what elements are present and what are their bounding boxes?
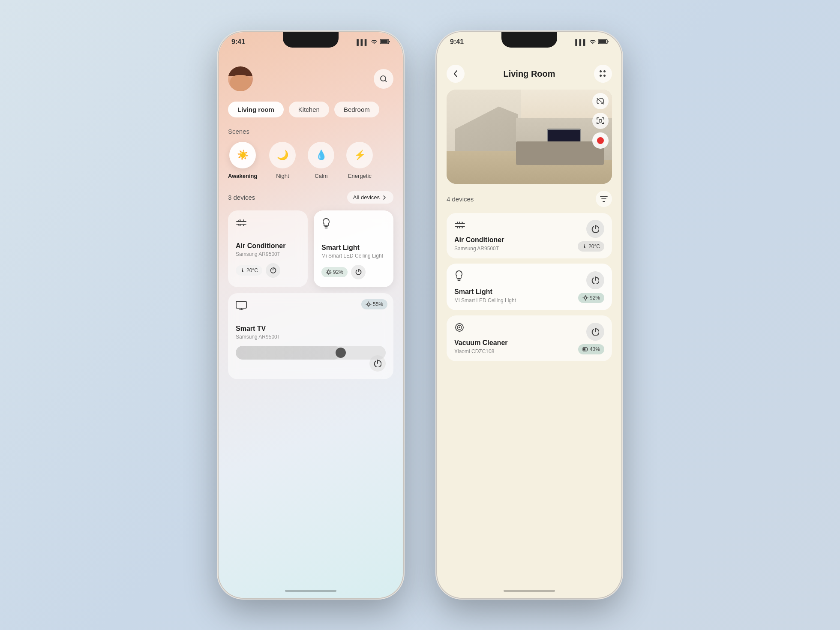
phone-2-devices: 4 devices (437, 191, 621, 361)
all-devices-button[interactable]: All devices (347, 191, 393, 204)
scene-awakening[interactable]: ☀️ Awakening (228, 142, 257, 179)
scene-energetic-label: Energetic (348, 173, 372, 179)
all-devices-label: All devices (353, 194, 380, 201)
device-smart-tv[interactable]: 55% Smart TV Samsung AR9500T (228, 293, 393, 379)
scenes-row: ☀️ Awakening 🌙 Night 💧 Calm ⚡ Energetic (228, 142, 393, 179)
p2-light-icon (454, 270, 516, 284)
phone-1-screen: 9:41 ▌▌▌ (219, 32, 403, 598)
p2-ac-temp: 20°C (588, 243, 600, 249)
p2-ac-left: Air Conditioner Samsung AR9500T (454, 220, 504, 252)
ac-temp: 20°C (246, 267, 258, 273)
device-smart-light[interactable]: Smart Light Mi Smart LED Ceiling Light 9… (314, 210, 393, 287)
tv-brightness-badge: 55% (361, 299, 387, 309)
p2-light-left: Smart Light Mi Smart LED Ceiling Light (454, 270, 516, 303)
phone-1: 9:41 ▌▌▌ (219, 32, 403, 598)
device-air-conditioner[interactable]: Air Conditioner Samsung AR9500T 🌡 20°C (228, 210, 308, 287)
lr-furniture (516, 141, 604, 165)
p2-devices-header: 4 devices (447, 191, 612, 207)
filter-button[interactable] (596, 191, 612, 207)
camera-mute-button[interactable] (592, 93, 609, 109)
battery-icon-2 (598, 39, 609, 45)
status-icons-2: ▌▌▌ (575, 39, 609, 45)
smart-light-icon (321, 218, 386, 232)
smart-light-name: Smart Light (321, 244, 386, 252)
smart-light-brightness-badge: 92% (321, 267, 348, 277)
scene-awakening-label: Awakening (228, 173, 257, 179)
camera-controls (592, 93, 609, 149)
tab-living-room[interactable]: Living room (228, 102, 284, 117)
scenes-label: Scenes (228, 128, 393, 135)
status-time-2: 9:41 (450, 38, 464, 46)
p2-light-brightness: 92% (590, 295, 600, 301)
svg-rect-8 (599, 120, 602, 122)
p2-ac-model: Samsung AR9500T (454, 246, 504, 252)
p2-vacuum-name: Vacuum Cleaner (454, 339, 508, 347)
p2-light-right: 92% (578, 271, 604, 303)
tv-model: Samsung AR9500T (236, 334, 386, 340)
p2-light-brightness-badge: 92% (578, 293, 604, 303)
svg-point-4 (367, 303, 370, 306)
tv-name: Smart TV (236, 325, 386, 333)
p2-device-vacuum[interactable]: Vacuum Cleaner Xiaomi CDZC108 (447, 315, 612, 361)
svg-rect-1 (381, 40, 388, 43)
p2-vacuum-power-button[interactable] (586, 323, 604, 341)
svg-point-2 (381, 76, 386, 81)
thermometer-icon: 🌡 (240, 267, 245, 273)
p2-vacuum-battery: 43% (590, 346, 600, 352)
p2-ac-right: 🌡 20°C (578, 220, 604, 252)
wifi-icon-2 (589, 39, 596, 45)
svg-point-12 (459, 327, 460, 328)
air-conditioner-icon (236, 218, 300, 230)
p2-light-power-button[interactable] (586, 271, 604, 289)
p2-ac-icon (454, 220, 504, 232)
scene-calm-label: Calm (315, 173, 327, 179)
p2-ac-temp-badge: 🌡 20°C (578, 241, 604, 252)
camera-record-button[interactable] (592, 132, 609, 149)
p2-device-smart-light[interactable]: Smart Light Mi Smart LED Ceiling Light (447, 264, 612, 310)
p2-light-model: Mi Smart LED Ceiling Light (454, 297, 516, 303)
scene-energetic-icon: ⚡ (346, 142, 373, 168)
avatar-face-area (230, 75, 251, 91)
signal-icon-2: ▌▌▌ (575, 39, 587, 45)
devices-count: 3 devices (228, 194, 255, 201)
scene-awakening-icon: ☀️ (229, 142, 256, 168)
wifi-icon-1 (371, 39, 378, 45)
ac-temp-badge: 🌡 20°C (236, 265, 262, 276)
ac-power-button[interactable] (266, 263, 280, 278)
search-button[interactable] (374, 69, 393, 89)
tab-bedroom[interactable]: Bedroom (334, 102, 379, 117)
smart-light-controls: 92% (321, 265, 386, 279)
thermometer-icon-2: 🌡 (582, 243, 587, 249)
phone-1-header (228, 66, 393, 91)
dots-grid-icon (600, 70, 606, 77)
svg-rect-5 (236, 301, 246, 308)
battery-icon-1 (380, 39, 390, 45)
phone-1-notch (283, 32, 339, 48)
smart-light-brightness: 92% (333, 269, 343, 275)
p2-devices-count: 4 devices (447, 195, 474, 203)
home-indicator-1[interactable] (285, 590, 336, 592)
scene-night[interactable]: 🌙 Night (269, 142, 296, 179)
back-button[interactable] (447, 65, 465, 83)
p2-device-air-conditioner[interactable]: Air Conditioner Samsung AR9500T 🌡 (447, 213, 612, 258)
devices-grid: Air Conditioner Samsung AR9500T 🌡 20°C (228, 210, 393, 287)
tv-slider-thumb[interactable] (336, 348, 346, 358)
smart-light-power-button[interactable] (351, 265, 366, 279)
devices-header: 3 devices All devices (228, 191, 393, 204)
tv-brightness-slider[interactable] (236, 346, 386, 360)
scene-calm[interactable]: 💧 Calm (308, 142, 334, 179)
svg-rect-7 (599, 40, 606, 43)
p2-ac-power-button[interactable] (586, 220, 604, 238)
more-options-button[interactable] (594, 65, 612, 83)
tv-slider-fill (236, 346, 341, 360)
scene-energetic[interactable]: ⚡ Energetic (346, 142, 373, 179)
phones-container: 9:41 ▌▌▌ (219, 32, 621, 598)
home-indicator-2[interactable] (504, 590, 555, 592)
tv-brightness-value: 55% (373, 301, 383, 307)
p2-vacuum-left: Vacuum Cleaner Xiaomi CDZC108 (454, 322, 508, 354)
tab-kitchen[interactable]: Kitchen (289, 102, 329, 117)
p2-vacuum-icon (454, 322, 508, 335)
p2-ac-name: Air Conditioner (454, 236, 504, 244)
camera-scan-button[interactable] (592, 113, 609, 129)
avatar[interactable] (228, 66, 253, 91)
